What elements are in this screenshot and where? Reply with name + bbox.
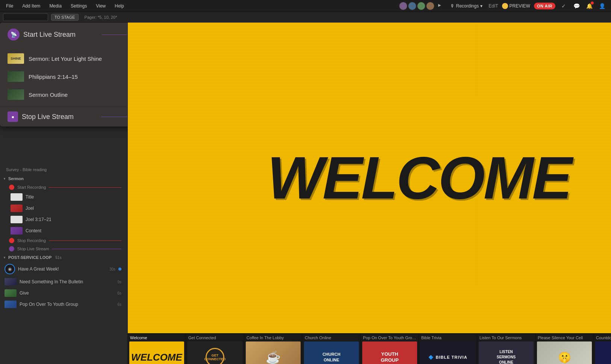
have-great-week-label: Have A Great Week!	[18, 266, 106, 272]
post-item-2[interactable]: Give 6s	[0, 287, 127, 299]
joel-thumb	[11, 205, 23, 212]
film-label-sermons: Listen To Our Sermons	[477, 334, 535, 341]
menu-help[interactable]: Help	[113, 3, 126, 9]
film-item-trivia[interactable]: Bible Trivia 🔷 BIBLE TRIVIA	[419, 334, 477, 364]
stop-live-stream-header: ■ Stop Live Stream	[8, 111, 128, 122]
coffee-visual: ☕	[246, 341, 301, 364]
stage-search-input[interactable]	[3, 14, 48, 21]
content-label: Content	[26, 228, 41, 233]
stop-live-stream-section: ■ Stop Live Stream	[0, 107, 128, 126]
title-item[interactable]: Title	[0, 191, 127, 203]
filmstrip: Welcome WELCOME ▼ Get Connected GETCONNE…	[128, 333, 611, 364]
recordings-button[interactable]: 🎙 Recordings ▾	[448, 3, 485, 9]
dropdown-overlay: 📡 Start Live Stream SHINE Sermon: Let Yo…	[0, 23, 128, 126]
broadcast-icon: 📡	[8, 29, 20, 41]
sermon-item-1[interactable]: Philippians 2:14–15	[5, 68, 128, 86]
menu-add-item[interactable]: Add Item	[21, 3, 42, 9]
stop-live-stream-item[interactable]: Stop Live Stream	[0, 245, 127, 253]
film-item-sermons[interactable]: Listen To Our Sermons LISTENSERMONSONLIN…	[477, 334, 535, 364]
avatar-play-button[interactable]: ▶	[438, 3, 444, 9]
film-label-countdown: Countdown 3 min	[594, 334, 611, 341]
pager-text: Pager: *5, 10, 20*	[85, 15, 117, 20]
film-item-youth[interactable]: Pop On Over To Youth Group YOUTHGROUP	[361, 334, 419, 364]
record-stop-line	[49, 241, 121, 241]
film-thumb-welcome: WELCOME ▼	[129, 341, 184, 364]
film-item-connected[interactable]: Get Connected GETCONNECTED	[186, 334, 244, 364]
main-preview: WELCOME Welcome WELCOME ▼ Get Connected …	[128, 23, 611, 364]
film-item-coffee[interactable]: Coffee In The Lobby ☕	[244, 334, 302, 364]
user-avatar-button[interactable]: 👤	[597, 2, 606, 11]
post-service-header[interactable]: ▼ POST-SERVICE LOOP 51s	[0, 253, 127, 262]
forest-thumbnail-1	[8, 71, 24, 82]
preview-button[interactable]: PREVIEW	[502, 3, 530, 9]
record-stop-dot	[9, 238, 14, 243]
film-thumb-connected: GETCONNECTED	[188, 341, 242, 364]
give-label: Give	[20, 290, 114, 296]
sermon-section-header[interactable]: ▼ Sermon	[0, 174, 127, 183]
avatar-2	[408, 2, 416, 10]
record-start-dot	[9, 185, 14, 190]
menu-bar: File Add Item Media Settings View Help ▶…	[0, 0, 611, 12]
start-live-stream-title[interactable]: Start Live Stream	[23, 31, 98, 39]
sermon-thumb-0: SHINE	[8, 53, 24, 64]
post-item-1[interactable]: Need Something In The Bulletin 9s	[0, 276, 127, 287]
bell-icon-button[interactable]: 🔔	[585, 2, 594, 11]
avatar-group	[399, 2, 434, 10]
give-duration: 6s	[117, 291, 121, 295]
title-label: Title	[26, 194, 34, 200]
notification-badge	[591, 2, 594, 5]
film-item-silence[interactable]: Please Silence Your Cell 🤫	[535, 334, 594, 364]
forest-thumbnail-2	[8, 89, 24, 100]
film-item-countdown[interactable]: Countdown 3 min 3	[594, 334, 611, 364]
check-icon-button[interactable]: ✓	[559, 2, 568, 11]
content-item[interactable]: Content	[0, 225, 127, 236]
stop-live-label: Stop Live Stream	[17, 247, 49, 251]
menu-media[interactable]: Media	[48, 3, 63, 9]
content-thumb	[11, 227, 23, 235]
youth-label: Pop On Over To Youth Group	[20, 302, 114, 307]
silence-image: 🤫	[537, 341, 592, 364]
post-service-label: POST-SERVICE LOOP	[8, 255, 51, 260]
sermon-thumb-1	[8, 71, 24, 82]
to-stage-button[interactable]: TO STAGE	[51, 14, 79, 21]
post-item-0[interactable]: ◉ Have A Great Week! 30s	[0, 262, 127, 276]
film-thumb-youth: YOUTHGROUP	[362, 341, 417, 364]
edit-button[interactable]: EdIT	[488, 3, 498, 9]
stop-live-stream-title[interactable]: Stop Live Stream	[22, 113, 97, 121]
sermon-label-0: Sermon: Let Your Light Shine	[29, 56, 102, 62]
post-item-3[interactable]: Pop On Over To Youth Group 6s	[0, 299, 127, 310]
left-sidebar: 📡 Start Live Stream SHINE Sermon: Let Yo…	[0, 23, 128, 364]
connected-circle: GETCONNECTED	[206, 348, 224, 364]
film-item-online[interactable]: Church Online CHURCHONLINE	[302, 334, 361, 364]
menu-view[interactable]: View	[94, 3, 107, 9]
film-thumb-online: CHURCHONLINE	[304, 341, 359, 364]
welcome-display-text: WELCOME	[267, 151, 570, 205]
chat-icon-button[interactable]: 💬	[572, 2, 581, 11]
sermon-item-0[interactable]: SHINE Sermon: Let Your Light Shine	[5, 50, 128, 68]
church-online-text: CHURCHONLINE	[322, 352, 340, 363]
preview-dot	[502, 3, 508, 9]
sermon-item-2[interactable]: Sermon Outline	[5, 86, 128, 104]
sermon-caret-icon: ▼	[3, 177, 6, 180]
menu-settings[interactable]: Settings	[69, 3, 88, 9]
coffee-cup-icon: ☕	[266, 350, 281, 364]
film-thumb-trivia: 🔷 BIBLE TRIVIA	[420, 341, 475, 364]
on-air-badge: ON AIR	[534, 3, 555, 9]
avatar-3	[417, 2, 425, 10]
stop-square-icon: ■	[12, 115, 14, 119]
stop-recording-item[interactable]: Stop Recording	[0, 236, 127, 245]
start-recording-label: Start Recording	[17, 185, 46, 190]
joel-item[interactable]: Joel	[0, 203, 127, 214]
joel-317-item[interactable]: Joel 3:17–21	[0, 214, 127, 225]
start-recording-item[interactable]: Start Recording	[0, 183, 127, 191]
youth-duration: 6s	[117, 302, 121, 307]
menu-file[interactable]: File	[5, 3, 15, 9]
joel-317-thumb	[11, 216, 23, 223]
avatar-4	[426, 2, 434, 10]
film-item-welcome[interactable]: Welcome WELCOME ▼	[128, 334, 186, 364]
have-great-week-icon: ◉	[5, 264, 15, 274]
recordings-label: Recordings	[456, 3, 479, 9]
youth-thumb	[5, 301, 17, 308]
shine-thumbnail: SHINE	[8, 53, 24, 64]
welcome-mini-text: WELCOME	[131, 352, 182, 363]
